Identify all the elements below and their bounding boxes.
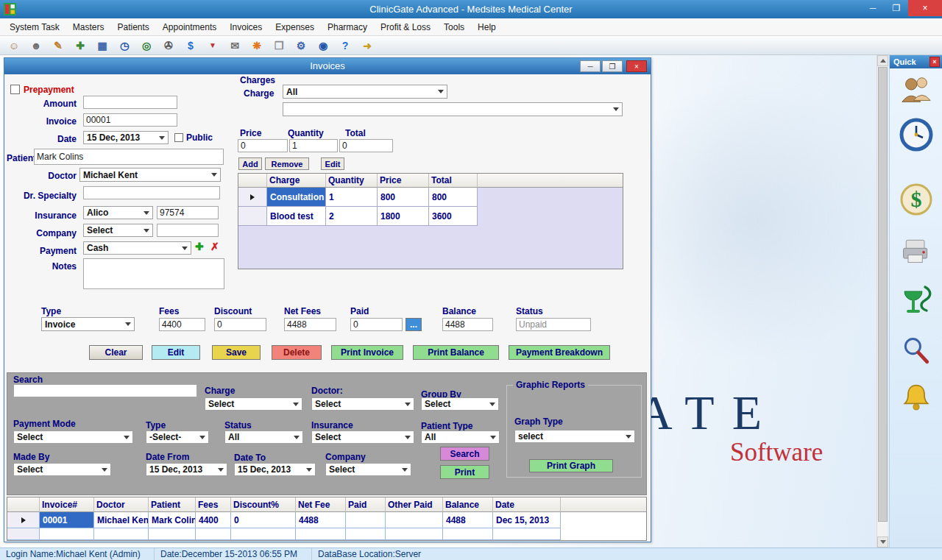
toolbar-exit-icon[interactable]: ➜ bbox=[359, 38, 375, 53]
insurance-number-input[interactable]: 97574 bbox=[157, 206, 219, 219]
doctor-select[interactable]: Michael Kent bbox=[79, 168, 221, 182]
date-picker[interactable]: 15 Dec, 2013 bbox=[83, 131, 169, 144]
charges-col-total[interactable]: Total bbox=[429, 174, 478, 188]
delete-button[interactable]: Delete bbox=[272, 345, 322, 360]
scrollbar-thumb[interactable] bbox=[878, 67, 888, 522]
paid-cell[interactable] bbox=[346, 512, 386, 528]
toolbar-patient-icon[interactable]: ☻ bbox=[28, 38, 44, 53]
charges-col-quantity[interactable]: Quantity bbox=[326, 174, 378, 188]
maximize-button[interactable]: ❐ bbox=[885, 0, 908, 16]
pharmacy-icon[interactable] bbox=[899, 281, 934, 319]
search-icon[interactable] bbox=[899, 332, 934, 370]
balance-cell[interactable]: 4488 bbox=[443, 512, 493, 528]
dr-specialty-input[interactable] bbox=[83, 186, 220, 199]
toolbar-billing-icon[interactable]: $ bbox=[183, 38, 199, 53]
save-button[interactable]: Save bbox=[212, 345, 261, 360]
otherpaid-cell[interactable] bbox=[386, 512, 443, 528]
group-by-select[interactable]: Select bbox=[421, 397, 499, 411]
printer-icon[interactable] bbox=[899, 232, 934, 270]
menu-system-task[interactable]: System Task bbox=[3, 22, 66, 32]
menu-pharmacy[interactable]: Pharmacy bbox=[321, 22, 374, 32]
discount-input[interactable]: 0 bbox=[214, 318, 266, 331]
payment-add-icon[interactable]: ✚ bbox=[195, 241, 204, 252]
menu-invoices[interactable]: Invoices bbox=[223, 22, 269, 32]
close-button[interactable]: × bbox=[908, 0, 942, 16]
total-cell[interactable]: 800 bbox=[429, 188, 478, 207]
charge-cell[interactable]: Blood test bbox=[267, 207, 326, 226]
toolbar-web-icon[interactable]: ◉ bbox=[315, 38, 331, 53]
total-cell[interactable]: 3600 bbox=[429, 207, 478, 226]
results-col-balance[interactable]: Balance bbox=[443, 497, 493, 512]
print-graph-button[interactable]: Print Graph bbox=[529, 459, 613, 472]
search-doctor-select[interactable]: Select bbox=[311, 397, 414, 411]
scroll-up-button[interactable] bbox=[877, 55, 888, 66]
paid-input[interactable]: 0 bbox=[350, 318, 403, 331]
company-number-input[interactable] bbox=[157, 224, 219, 237]
results-col-fees[interactable]: Fees bbox=[196, 497, 231, 512]
public-checkbox[interactable] bbox=[174, 133, 183, 142]
results-col-discount[interactable]: Discount% bbox=[231, 497, 296, 512]
search-input[interactable] bbox=[13, 384, 197, 397]
charge-filter-select[interactable]: All bbox=[283, 85, 447, 99]
add-charge-button[interactable]: Add bbox=[238, 157, 262, 170]
charges-col-charge[interactable]: Charge bbox=[267, 174, 326, 188]
type-filter-select[interactable]: -Select- bbox=[146, 430, 209, 444]
quick-panel-close-icon[interactable]: × bbox=[929, 57, 940, 67]
toolbar-reports-icon[interactable]: ▦ bbox=[94, 38, 110, 53]
menu-masters[interactable]: Masters bbox=[66, 22, 111, 32]
payment-mode-select[interactable]: Cash bbox=[83, 241, 191, 255]
fees-cell[interactable]: 4400 bbox=[196, 512, 231, 528]
toolbar-prescription-icon[interactable]: ✎ bbox=[50, 38, 66, 53]
search-charge-select[interactable]: Select bbox=[205, 397, 302, 411]
quantity-cell[interactable]: 1 bbox=[326, 188, 378, 207]
charge-total-input[interactable]: 0 bbox=[339, 139, 393, 152]
toolbar-filter-icon[interactable]: ▼ bbox=[205, 38, 221, 53]
results-row-1[interactable]: 00001 Michael Kent Mark Colins 4400 0 44… bbox=[7, 512, 646, 528]
results-col-otherpaid[interactable]: Other Paid bbox=[386, 497, 443, 512]
insurance-filter-select[interactable]: Select bbox=[311, 430, 414, 444]
print-invoice-button[interactable]: Print Invoice bbox=[331, 345, 403, 360]
date-to-picker[interactable]: 15 Dec, 2013 bbox=[234, 463, 316, 476]
charge-item-select[interactable] bbox=[283, 102, 623, 116]
scroll-down-button[interactable] bbox=[877, 536, 888, 547]
toolbar-messages-icon[interactable]: ❋ bbox=[249, 38, 265, 53]
price-input[interactable]: 0 bbox=[238, 139, 288, 152]
minimize-button[interactable]: ─ bbox=[861, 0, 885, 16]
amount-input[interactable] bbox=[83, 96, 177, 109]
invoices-maximize-button[interactable]: ❐ bbox=[602, 60, 623, 72]
menu-profit-loss[interactable]: Profit & Loss bbox=[374, 22, 437, 32]
charges-col-price[interactable]: Price bbox=[378, 174, 429, 188]
patients-icon[interactable] bbox=[899, 71, 934, 110]
toolbar-search-icon[interactable]: ◎ bbox=[138, 38, 155, 53]
quantity-cell[interactable]: 2 bbox=[326, 207, 378, 226]
patient-cell[interactable]: Mark Colins bbox=[149, 512, 196, 528]
charges-row-2[interactable]: Blood test 2 1800 3600 bbox=[238, 207, 623, 226]
patient-input[interactable]: Mark Colins bbox=[34, 149, 224, 165]
toolbar-procedures-icon[interactable]: ✚ bbox=[72, 38, 88, 53]
print-button[interactable]: Print bbox=[440, 465, 489, 479]
patient-type-select[interactable]: All bbox=[421, 430, 500, 444]
company-filter-select[interactable]: Select bbox=[325, 463, 411, 476]
clock-icon[interactable] bbox=[899, 116, 934, 154]
invoices-close-button[interactable]: × bbox=[626, 60, 647, 72]
menu-help[interactable]: Help bbox=[471, 22, 503, 32]
results-col-invoice[interactable]: Invoice# bbox=[40, 497, 94, 512]
netfee-cell[interactable]: 4488 bbox=[296, 512, 346, 528]
insurance-select[interactable]: Alico bbox=[83, 206, 153, 219]
edit-button[interactable]: Edit bbox=[152, 345, 200, 360]
mdi-vertical-scrollbar[interactable] bbox=[877, 55, 888, 547]
net-fees-input[interactable]: 4488 bbox=[284, 318, 336, 331]
charges-row-1[interactable]: Consultation 1 800 800 bbox=[238, 188, 623, 207]
charge-cell[interactable]: Consultation bbox=[267, 188, 326, 207]
notes-textarea[interactable] bbox=[83, 258, 224, 289]
graph-type-select[interactable]: select bbox=[514, 430, 635, 443]
toolbar-mail-icon[interactable]: ✉ bbox=[227, 38, 243, 53]
toolbar-schedule-icon[interactable]: ◷ bbox=[116, 38, 132, 53]
status-filter-select[interactable]: All bbox=[224, 430, 303, 444]
results-col-patient[interactable]: Patient bbox=[149, 497, 196, 512]
results-col-paid[interactable]: Paid bbox=[346, 497, 386, 512]
payment-remove-icon[interactable]: ✗ bbox=[210, 241, 219, 252]
invoices-minimize-button[interactable]: ─ bbox=[580, 60, 601, 72]
toolbar-lab-icon[interactable]: ✇ bbox=[160, 38, 177, 53]
payment-mode-filter-select[interactable]: Select bbox=[13, 430, 133, 444]
